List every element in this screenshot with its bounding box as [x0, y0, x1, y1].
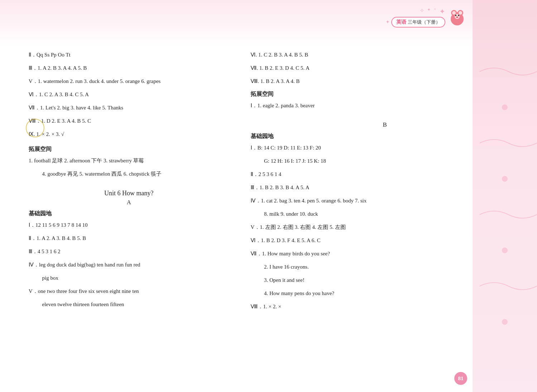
page-number: 81: [454, 372, 467, 385]
b-section-VII-4: 4. How many pens do you have?: [251, 289, 519, 298]
right-section-VIII: Ⅷ. 1. B 2. A 3. A 4. B: [251, 77, 519, 86]
section-III: Ⅲ．1. A 2. B 3. A 4. A 5. B: [29, 63, 229, 73]
right-section-VII: Ⅶ. 1. B 2. E 3. D 4. C 5. A: [251, 63, 519, 73]
b-section-I: Ⅰ．B: 14 C: 19 D: 11 E: 13 F: 20: [251, 143, 519, 153]
main-content: Ⅱ．Qq Ss Pp Oo Tt Ⅲ．1. A 2. B 3. A 4. A 5…: [0, 0, 537, 326]
section-IX: Ⅸ. 1. × 2. × 3. √: [29, 129, 229, 139]
unit-section-III: Ⅲ．4 5 3 1 6 2: [29, 247, 229, 256]
left-column: Ⅱ．Qq Ss Pp Oo Tt Ⅲ．1. A 2. B 3. A 4. A 5…: [29, 50, 229, 315]
ji-chu-label-left: 基础园地: [29, 210, 229, 217]
grade-badge: 英语 三年级（下册）: [391, 17, 445, 28]
b-section-IV: Ⅳ．1. cat 2. bag 3. ten 4. pen 5. orange …: [251, 196, 519, 206]
grade-label: 三年级（下册）: [408, 19, 440, 25]
svg-point-5: [455, 15, 456, 16]
right-column: Ⅵ. 1. C 2. B 3. A 4. B 5. B Ⅶ. 1. B 2. E…: [229, 50, 519, 315]
unit-title: Unit 6 How many?: [29, 190, 229, 197]
section-VIII: Ⅷ．1. D 2. E 3. A 4. B 5. C: [29, 116, 229, 126]
star-decorations: ✧✦✧ ✦: [420, 7, 445, 16]
tuo-zhan-label-right: 拓展空间: [251, 90, 519, 98]
b-section-III: Ⅲ．1. B 2. B 3. B 4. A 5. A: [251, 183, 519, 192]
svg-point-7: [456, 16, 458, 18]
ji-chu-label-right: 基础园地: [251, 133, 519, 140]
unit-section-II: Ⅱ．1. A 2. A 3. B 4. B 5. B: [29, 234, 229, 243]
b-section-II: Ⅱ．2 5 3 6 1 4: [251, 170, 519, 179]
b-section-VI: Ⅵ．1. B 2. D 3. F 4. E 5. A 6. C: [251, 236, 519, 245]
unit-section-IV-2: pig box: [29, 273, 229, 283]
section-VI: Ⅵ．1. C 2. A 3. B 4. C 5. A: [29, 90, 229, 99]
english-label: 英语: [396, 19, 406, 25]
unit-section-V-2: eleven twelve thirteen fourteen fifteen: [29, 300, 229, 309]
b-section-VII-1: Ⅶ．1. How many birds do you see?: [251, 249, 519, 259]
tuo-zhan-item-1: 1. football 足球 2. afternoon 下午 3. strawb…: [29, 156, 229, 166]
svg-point-6: [458, 15, 459, 16]
svg-point-8: [452, 11, 456, 15]
b-section-VII-3: 3. Open it and see!: [251, 275, 519, 285]
b-section-I-2: G: 12 H: 16 I: 17 J: 15 K: 18: [251, 156, 519, 166]
header-area: ✧✦✧ ✦ ✦ 英语 三年级（下册）: [386, 6, 467, 28]
bear-icon: [448, 6, 467, 28]
right-section-VI: Ⅵ. 1. C 2. B 3. A 4. B 5. B: [251, 50, 519, 60]
unit-section-IV: Ⅳ．leg dog duck dad big(bag) ten hand run…: [29, 260, 229, 270]
section-b-title: B: [251, 121, 519, 128]
b-section-VII-2: 2. I have 16 crayons.: [251, 262, 519, 272]
stamp-circle: [26, 119, 44, 137]
b-section-V: V．1. 左图 2. 右图 3. 右图 4. 左图 5. 左图: [251, 222, 519, 232]
b-section-VIII: Ⅷ．1. × 2. ×: [251, 302, 519, 312]
star-left: ✦: [386, 19, 390, 25]
tuo-zhan-right-items: Ⅰ．1. eagle 2. panda 3. beaver: [251, 101, 519, 111]
tuo-zhan-label-left: 拓展空间: [29, 146, 229, 153]
svg-point-9: [459, 11, 462, 15]
section-II: Ⅱ．Qq Ss Pp Oo Tt: [29, 50, 229, 60]
b-section-IV-2: 8. milk 9. under 10. duck: [251, 209, 519, 219]
section-V: V．1. watermelon 2. run 3. duck 4. under …: [29, 77, 229, 86]
section-a-label: A: [29, 199, 229, 206]
section-VII: Ⅶ．1. Let's 2. big 3. have 4. like 5. Tha…: [29, 103, 229, 113]
tuo-zhan-item-2: 4. goodbye 再见 5. watermelon 西瓜 6. chopst…: [29, 169, 229, 179]
unit-section-V: V．one two three four five six seven eigh…: [29, 286, 229, 296]
unit-section-I: Ⅰ．12 11 5 6 9 13 7 8 14 10: [29, 220, 229, 230]
